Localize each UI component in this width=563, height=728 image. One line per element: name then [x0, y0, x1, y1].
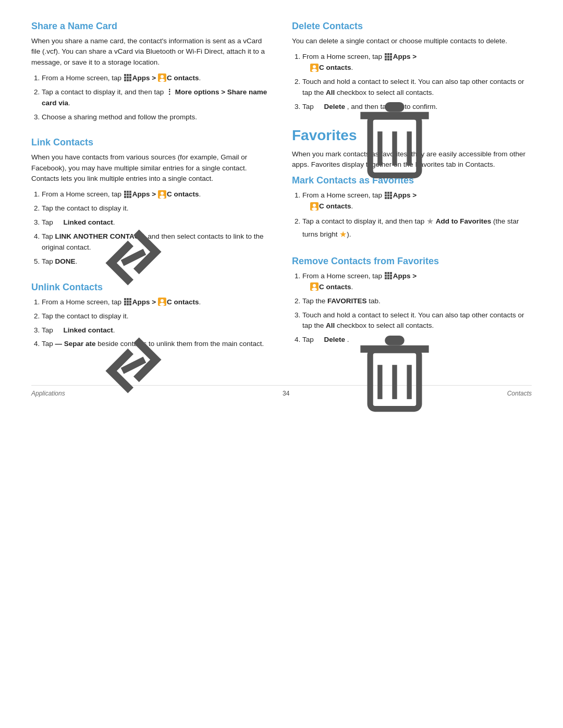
- remove-step-1: From a Home screen, tap Apps > C ontacts…: [302, 271, 532, 293]
- page-number: 34: [283, 390, 289, 397]
- unlink-step-1: From a Home screen, tap Apps > C ontacts…: [42, 297, 271, 308]
- link-step-1: From a Home screen, tap Apps > C ontacts…: [42, 189, 271, 200]
- delete-steps: From a Home screen, tap Apps > C ontacts…: [302, 52, 532, 113]
- mark-step-1: From a Home screen, tap Apps > C ontacts…: [302, 190, 532, 212]
- footer-right: Contacts: [507, 390, 532, 397]
- mark-step-2: Tap a contact to display it, and then ta…: [302, 215, 532, 241]
- link-steps: From a Home screen, tap Apps > C ontacts…: [42, 189, 271, 267]
- remove-step-3: Touch and hold a contact to select it. Y…: [302, 310, 532, 332]
- link-icon: [55, 218, 63, 226]
- remove-step-2: Tap the FAVORITES tab.: [302, 296, 532, 307]
- link-title: Link Contacts: [31, 137, 271, 148]
- remove-favorites-section: Remove Contacts from Favorites From a Ho…: [292, 256, 532, 346]
- delete-icon: [316, 102, 324, 110]
- share-step-3: Choose a sharing method and follow the p…: [42, 112, 271, 123]
- share-section: Share a Name Card When you share a name …: [31, 21, 271, 122]
- apps-icon: [124, 298, 132, 306]
- apps-icon: [384, 53, 393, 61]
- delete-title: Delete Contacts: [292, 21, 532, 32]
- contacts-icon: [310, 282, 319, 291]
- remove-favorites-title: Remove Contacts from Favorites: [292, 256, 532, 267]
- link-intro: When you have contacts from various sour…: [31, 152, 271, 184]
- delete-step-1: From a Home screen, tap Apps > C ontacts…: [302, 52, 532, 73]
- unlink-step-2: Tap the contact to display it.: [42, 311, 271, 322]
- unlink-steps: From a Home screen, tap Apps > C ontacts…: [42, 297, 271, 350]
- delete-step-2: Touch and hold a contact to select it. Y…: [302, 77, 532, 98]
- apps-icon: [124, 73, 132, 82]
- unlink-step-3: Tap Linked contact.: [42, 325, 271, 336]
- link-step-2: Tap the contact to display it.: [42, 203, 271, 214]
- share-intro: When you share a name card, the contact'…: [31, 36, 271, 68]
- link-icon: [55, 326, 63, 334]
- share-step-1: From a Home screen, tap Apps > C ontacts…: [42, 73, 271, 84]
- delete-intro: You can delete a single contact or choos…: [292, 36, 532, 46]
- right-column: Delete Contacts You can delete a single …: [292, 21, 532, 364]
- apps-icon: [384, 272, 393, 280]
- apps-icon: [384, 191, 393, 200]
- contacts-icon: [310, 202, 319, 211]
- share-steps: From a Home screen, tap Apps > C ontacts…: [42, 73, 271, 123]
- share-step-2: Tap a contact to display it, and then ta…: [42, 87, 271, 109]
- link-step-3: Tap Linked contact.: [42, 217, 271, 228]
- mark-favorites-steps: From a Home screen, tap Apps > C ontacts…: [302, 190, 532, 241]
- left-column: Share a Name Card When you share a name …: [31, 21, 271, 364]
- apps-icon: [124, 190, 132, 199]
- mark-favorites-section: Mark Contacts as Favorites From a Home s…: [292, 175, 532, 241]
- star-filled-icon: ★: [339, 230, 347, 239]
- delete-section: Delete Contacts You can delete a single …: [292, 21, 532, 113]
- share-title: Share a Name Card: [31, 21, 271, 32]
- remove-favorites-steps: From a Home screen, tap Apps > C ontacts…: [302, 271, 532, 346]
- contacts-icon: [158, 73, 166, 82]
- contacts-icon: [310, 64, 319, 72]
- contacts-icon: [158, 298, 166, 306]
- delete-icon: [316, 336, 324, 344]
- contacts-icon: [158, 190, 166, 199]
- remove-step-4: Tap Delete .: [302, 335, 532, 346]
- star-outline-icon: ★: [426, 217, 434, 226]
- link-section: Link Contacts When you have contacts fro…: [31, 137, 271, 267]
- delete-step-3: Tap Delete , and then tap OK to confirm.: [302, 102, 532, 113]
